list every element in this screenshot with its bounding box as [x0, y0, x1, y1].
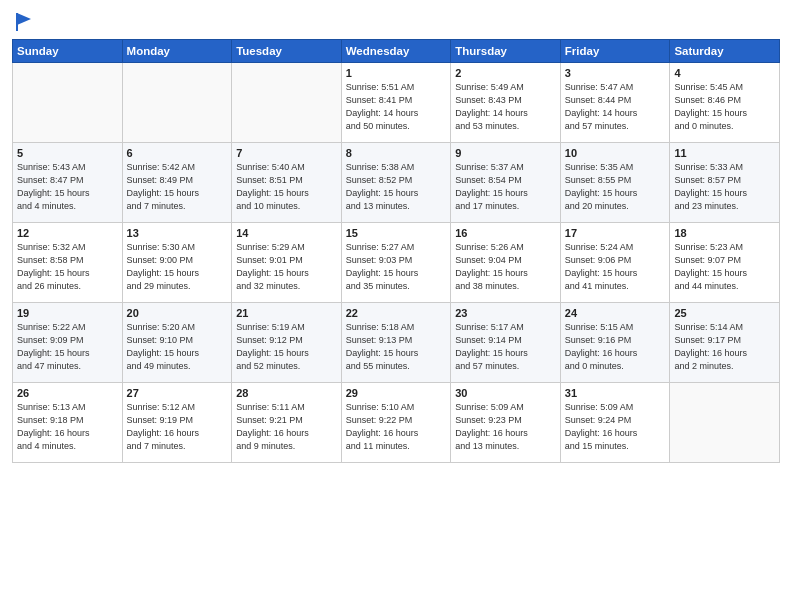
- logo-flag-icon: [15, 11, 33, 33]
- day-info: Sunrise: 5:12 AM Sunset: 9:19 PM Dayligh…: [127, 401, 228, 453]
- week-row-5: 26Sunrise: 5:13 AM Sunset: 9:18 PM Dayli…: [13, 382, 780, 462]
- day-cell: [13, 62, 123, 142]
- day-number: 13: [127, 227, 228, 239]
- day-cell: 27Sunrise: 5:12 AM Sunset: 9:19 PM Dayli…: [122, 382, 232, 462]
- day-cell: 11Sunrise: 5:33 AM Sunset: 8:57 PM Dayli…: [670, 142, 780, 222]
- day-number: 22: [346, 307, 447, 319]
- day-number: 11: [674, 147, 775, 159]
- day-info: Sunrise: 5:13 AM Sunset: 9:18 PM Dayligh…: [17, 401, 118, 453]
- day-cell: 9Sunrise: 5:37 AM Sunset: 8:54 PM Daylig…: [451, 142, 561, 222]
- day-cell: [122, 62, 232, 142]
- day-cell: 14Sunrise: 5:29 AM Sunset: 9:01 PM Dayli…: [232, 222, 342, 302]
- day-cell: [670, 382, 780, 462]
- weekday-header-thursday: Thursday: [451, 39, 561, 62]
- day-cell: 4Sunrise: 5:45 AM Sunset: 8:46 PM Daylig…: [670, 62, 780, 142]
- day-info: Sunrise: 5:43 AM Sunset: 8:47 PM Dayligh…: [17, 161, 118, 213]
- day-info: Sunrise: 5:47 AM Sunset: 8:44 PM Dayligh…: [565, 81, 666, 133]
- day-cell: 2Sunrise: 5:49 AM Sunset: 8:43 PM Daylig…: [451, 62, 561, 142]
- day-cell: 31Sunrise: 5:09 AM Sunset: 9:24 PM Dayli…: [560, 382, 670, 462]
- weekday-header-row: SundayMondayTuesdayWednesdayThursdayFrid…: [13, 39, 780, 62]
- day-cell: 7Sunrise: 5:40 AM Sunset: 8:51 PM Daylig…: [232, 142, 342, 222]
- day-number: 4: [674, 67, 775, 79]
- day-info: Sunrise: 5:29 AM Sunset: 9:01 PM Dayligh…: [236, 241, 337, 293]
- day-cell: [232, 62, 342, 142]
- day-info: Sunrise: 5:45 AM Sunset: 8:46 PM Dayligh…: [674, 81, 775, 133]
- day-info: Sunrise: 5:19 AM Sunset: 9:12 PM Dayligh…: [236, 321, 337, 373]
- week-row-1: 1Sunrise: 5:51 AM Sunset: 8:41 PM Daylig…: [13, 62, 780, 142]
- day-number: 28: [236, 387, 337, 399]
- day-number: 25: [674, 307, 775, 319]
- day-number: 31: [565, 387, 666, 399]
- day-info: Sunrise: 5:22 AM Sunset: 9:09 PM Dayligh…: [17, 321, 118, 373]
- day-info: Sunrise: 5:20 AM Sunset: 9:10 PM Dayligh…: [127, 321, 228, 373]
- calendar-table: SundayMondayTuesdayWednesdayThursdayFrid…: [12, 39, 780, 463]
- day-number: 30: [455, 387, 556, 399]
- day-info: Sunrise: 5:14 AM Sunset: 9:17 PM Dayligh…: [674, 321, 775, 373]
- day-cell: 25Sunrise: 5:14 AM Sunset: 9:17 PM Dayli…: [670, 302, 780, 382]
- day-cell: 15Sunrise: 5:27 AM Sunset: 9:03 PM Dayli…: [341, 222, 451, 302]
- day-info: Sunrise: 5:49 AM Sunset: 8:43 PM Dayligh…: [455, 81, 556, 133]
- week-row-4: 19Sunrise: 5:22 AM Sunset: 9:09 PM Dayli…: [13, 302, 780, 382]
- day-info: Sunrise: 5:24 AM Sunset: 9:06 PM Dayligh…: [565, 241, 666, 293]
- day-number: 24: [565, 307, 666, 319]
- day-number: 17: [565, 227, 666, 239]
- day-number: 14: [236, 227, 337, 239]
- day-number: 8: [346, 147, 447, 159]
- weekday-header-friday: Friday: [560, 39, 670, 62]
- week-row-2: 5Sunrise: 5:43 AM Sunset: 8:47 PM Daylig…: [13, 142, 780, 222]
- day-info: Sunrise: 5:15 AM Sunset: 9:16 PM Dayligh…: [565, 321, 666, 373]
- day-cell: 19Sunrise: 5:22 AM Sunset: 9:09 PM Dayli…: [13, 302, 123, 382]
- day-info: Sunrise: 5:35 AM Sunset: 8:55 PM Dayligh…: [565, 161, 666, 213]
- week-row-3: 12Sunrise: 5:32 AM Sunset: 8:58 PM Dayli…: [13, 222, 780, 302]
- day-number: 9: [455, 147, 556, 159]
- day-cell: 13Sunrise: 5:30 AM Sunset: 9:00 PM Dayli…: [122, 222, 232, 302]
- day-info: Sunrise: 5:40 AM Sunset: 8:51 PM Dayligh…: [236, 161, 337, 213]
- day-number: 23: [455, 307, 556, 319]
- day-cell: 8Sunrise: 5:38 AM Sunset: 8:52 PM Daylig…: [341, 142, 451, 222]
- weekday-header-monday: Monday: [122, 39, 232, 62]
- day-cell: 12Sunrise: 5:32 AM Sunset: 8:58 PM Dayli…: [13, 222, 123, 302]
- day-info: Sunrise: 5:32 AM Sunset: 8:58 PM Dayligh…: [17, 241, 118, 293]
- day-info: Sunrise: 5:11 AM Sunset: 9:21 PM Dayligh…: [236, 401, 337, 453]
- day-number: 26: [17, 387, 118, 399]
- day-info: Sunrise: 5:27 AM Sunset: 9:03 PM Dayligh…: [346, 241, 447, 293]
- day-info: Sunrise: 5:17 AM Sunset: 9:14 PM Dayligh…: [455, 321, 556, 373]
- day-cell: 3Sunrise: 5:47 AM Sunset: 8:44 PM Daylig…: [560, 62, 670, 142]
- day-cell: 18Sunrise: 5:23 AM Sunset: 9:07 PM Dayli…: [670, 222, 780, 302]
- weekday-header-tuesday: Tuesday: [232, 39, 342, 62]
- day-number: 3: [565, 67, 666, 79]
- day-cell: 30Sunrise: 5:09 AM Sunset: 9:23 PM Dayli…: [451, 382, 561, 462]
- day-info: Sunrise: 5:37 AM Sunset: 8:54 PM Dayligh…: [455, 161, 556, 213]
- day-number: 29: [346, 387, 447, 399]
- svg-marker-0: [17, 13, 31, 25]
- day-number: 2: [455, 67, 556, 79]
- day-number: 15: [346, 227, 447, 239]
- day-number: 1: [346, 67, 447, 79]
- calendar-page: SundayMondayTuesdayWednesdayThursdayFrid…: [0, 0, 792, 612]
- header: [12, 10, 780, 33]
- weekday-header-sunday: Sunday: [13, 39, 123, 62]
- day-number: 18: [674, 227, 775, 239]
- day-info: Sunrise: 5:26 AM Sunset: 9:04 PM Dayligh…: [455, 241, 556, 293]
- weekday-header-saturday: Saturday: [670, 39, 780, 62]
- day-info: Sunrise: 5:38 AM Sunset: 8:52 PM Dayligh…: [346, 161, 447, 213]
- day-info: Sunrise: 5:33 AM Sunset: 8:57 PM Dayligh…: [674, 161, 775, 213]
- day-cell: 17Sunrise: 5:24 AM Sunset: 9:06 PM Dayli…: [560, 222, 670, 302]
- day-cell: 22Sunrise: 5:18 AM Sunset: 9:13 PM Dayli…: [341, 302, 451, 382]
- weekday-header-wednesday: Wednesday: [341, 39, 451, 62]
- day-cell: 26Sunrise: 5:13 AM Sunset: 9:18 PM Dayli…: [13, 382, 123, 462]
- day-info: Sunrise: 5:18 AM Sunset: 9:13 PM Dayligh…: [346, 321, 447, 373]
- day-cell: 29Sunrise: 5:10 AM Sunset: 9:22 PM Dayli…: [341, 382, 451, 462]
- day-number: 6: [127, 147, 228, 159]
- day-number: 7: [236, 147, 337, 159]
- logo: [12, 10, 33, 33]
- day-cell: 20Sunrise: 5:20 AM Sunset: 9:10 PM Dayli…: [122, 302, 232, 382]
- day-cell: 23Sunrise: 5:17 AM Sunset: 9:14 PM Dayli…: [451, 302, 561, 382]
- day-info: Sunrise: 5:51 AM Sunset: 8:41 PM Dayligh…: [346, 81, 447, 133]
- day-number: 5: [17, 147, 118, 159]
- day-cell: 6Sunrise: 5:42 AM Sunset: 8:49 PM Daylig…: [122, 142, 232, 222]
- day-info: Sunrise: 5:10 AM Sunset: 9:22 PM Dayligh…: [346, 401, 447, 453]
- day-number: 16: [455, 227, 556, 239]
- day-number: 20: [127, 307, 228, 319]
- day-cell: 10Sunrise: 5:35 AM Sunset: 8:55 PM Dayli…: [560, 142, 670, 222]
